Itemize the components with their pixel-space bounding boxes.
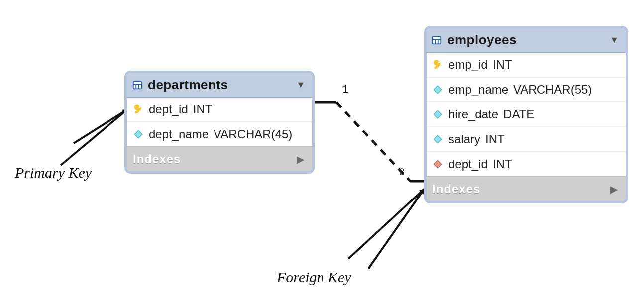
column-row-dept-id[interactable]: dept_id INT [127, 98, 312, 121]
table-icon [132, 80, 143, 91]
table-departments[interactable]: departments ▼ dept_id INT dept_name VARC… [124, 71, 315, 174]
chevron-down-icon[interactable]: ▼ [610, 35, 619, 45]
column-row-salary[interactable]: salary INT [427, 126, 626, 151]
column-row-dept-id-fk[interactable]: dept_id INT [427, 151, 626, 176]
primary-key-icon [133, 104, 144, 115]
column-row-hire-date[interactable]: hire_date DATE [427, 101, 626, 126]
column-row-dept-name[interactable]: dept_name VARCHAR(45) [127, 121, 312, 146]
table-icon [431, 35, 442, 46]
column-list: emp_id INT emp_name VARCHAR(55) hire_dat… [427, 53, 626, 176]
column-name: dept_id [448, 157, 488, 171]
column-name: salary [448, 132, 480, 146]
er-diagram-canvas: departments ▼ dept_id INT dept_name VARC… [0, 0, 644, 299]
svg-rect-9 [434, 86, 442, 94]
indexes-section[interactable]: Indexes ▶ [427, 176, 626, 201]
column-name: emp_name [448, 83, 508, 97]
table-title: departments [148, 77, 291, 93]
annotation-primary-key: Primary Key [15, 164, 92, 181]
column-icon [133, 129, 144, 140]
table-employees[interactable]: employees ▼ emp_id INT emp_name VARCHAR(… [424, 26, 628, 203]
svg-rect-10 [434, 110, 442, 118]
svg-rect-4 [134, 130, 142, 138]
column-type: VARCHAR(45) [214, 127, 292, 141]
column-type: INT [493, 157, 512, 171]
column-type: INT [193, 102, 213, 116]
table-header-departments[interactable]: departments ▼ [127, 73, 312, 98]
column-type: INT [485, 132, 505, 146]
svg-rect-0 [133, 81, 142, 89]
annotation-foreign-key: Foreign Key [277, 269, 351, 286]
column-name: emp_id [448, 58, 488, 72]
column-row-emp-id[interactable]: emp_id INT [427, 53, 626, 77]
svg-rect-12 [434, 160, 442, 168]
column-name: hire_date [448, 107, 498, 121]
chevron-right-icon[interactable]: ▶ [297, 153, 304, 165]
column-list: dept_id INT dept_name VARCHAR(45) [127, 98, 312, 146]
column-icon [432, 134, 443, 145]
cardinality-many: ∞ [396, 168, 409, 176]
table-title: employees [447, 32, 605, 48]
column-type: INT [493, 58, 512, 72]
chevron-down-icon[interactable]: ▼ [296, 80, 305, 90]
column-name: dept_name [149, 127, 209, 141]
column-icon [432, 84, 443, 95]
indexes-label: Indexes [133, 152, 181, 166]
cardinality-one: 1 [342, 83, 348, 96]
column-icon [432, 109, 443, 120]
column-row-emp-name[interactable]: emp_name VARCHAR(55) [427, 77, 626, 101]
chevron-right-icon[interactable]: ▶ [610, 183, 618, 195]
column-type: DATE [503, 107, 534, 121]
indexes-label: Indexes [432, 182, 480, 196]
primary-key-icon [432, 59, 443, 70]
column-type: VARCHAR(55) [513, 83, 592, 97]
indexes-section[interactable]: Indexes ▶ [127, 146, 312, 171]
svg-rect-11 [434, 135, 442, 143]
svg-rect-5 [433, 36, 441, 44]
foreign-key-icon [432, 159, 443, 170]
table-header-employees[interactable]: employees ▼ [427, 28, 626, 53]
column-name: dept_id [149, 102, 188, 116]
